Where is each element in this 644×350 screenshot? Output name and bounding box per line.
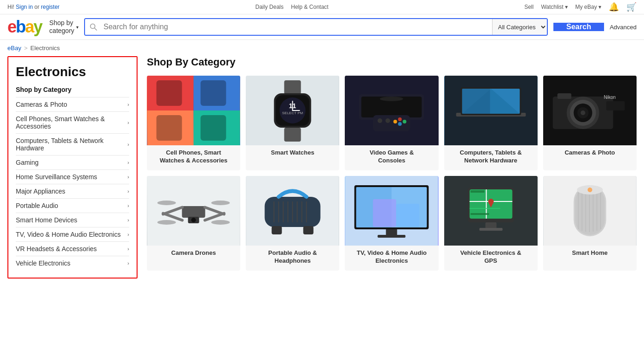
- svg-rect-7: [201, 80, 226, 106]
- or-text: or: [34, 4, 41, 10]
- category-image-tv-video: [345, 176, 438, 246]
- sell-link[interactable]: Sell: [524, 4, 533, 10]
- svg-point-56: [211, 220, 230, 225]
- shop-by-category-button[interactable]: Shop bycategory ▾: [49, 19, 79, 35]
- svg-point-29: [398, 122, 402, 126]
- category-image-smart-watches: 11 SELECT PM: [246, 76, 339, 145]
- category-select[interactable]: All Categories: [492, 19, 547, 35]
- sidebar-item-portable-audio[interactable]: Portable Audio ›: [16, 198, 129, 213]
- myebay-chevron-icon: ▾: [598, 4, 601, 10]
- category-image-drones: [147, 176, 240, 246]
- sidebar-chevron-cameras-icon: ›: [127, 102, 129, 107]
- breadcrumb-separator: >: [24, 45, 28, 52]
- category-card-portable-audio[interactable]: Portable Audio &Headphones: [246, 176, 339, 271]
- sidebar-item-major-appliances[interactable]: Major Appliances ›: [16, 184, 129, 198]
- sidebar-chevron-tv-video-icon: ›: [127, 232, 129, 237]
- search-bar: All Categories: [84, 18, 548, 36]
- sidebar-item-cell-phones-label: Cell Phones, Smart Watches & Accessories: [16, 115, 127, 130]
- logo-y: y: [33, 19, 42, 35]
- svg-text:Nikon: Nikon: [604, 95, 616, 100]
- category-label-drones: Camera Drones: [147, 249, 240, 257]
- logo[interactable]: e b a y: [7, 19, 42, 35]
- register-link[interactable]: register: [41, 4, 59, 10]
- cart-icon[interactable]: 🛒: [626, 2, 637, 12]
- svg-point-53: [158, 201, 176, 205]
- help-contact-link[interactable]: Help & Contact: [291, 4, 329, 10]
- sidebar-item-tv-video-label: TV, Video & Home Audio Electronics: [16, 231, 121, 238]
- svg-point-26: [386, 118, 390, 123]
- category-image-cell-phones: [147, 76, 240, 145]
- svg-text:SELECT PM: SELECT PM: [282, 111, 303, 115]
- sidebar-item-smart-home[interactable]: Smart Home Devices ›: [16, 213, 129, 227]
- category-label-tv-video: TV, Video & Home AudioElectronics: [345, 249, 438, 265]
- sidebar-item-vr-headsets-label: VR Headsets & Accessories: [16, 245, 97, 253]
- category-image-portable-audio: [246, 176, 339, 246]
- svg-point-30: [394, 120, 397, 123]
- category-label-computers: Computers, Tablets &Network Hardware: [444, 149, 538, 165]
- category-grid-row2: Camera Drones: [147, 176, 637, 271]
- category-card-video-games[interactable]: Video Games &Consoles: [345, 76, 438, 170]
- notifications-bell-icon[interactable]: 🔔: [609, 2, 619, 12]
- svg-rect-9: [201, 115, 226, 141]
- signin-link[interactable]: Sign in: [16, 4, 33, 10]
- sidebar-item-vr-headsets[interactable]: VR Headsets & Accessories ›: [16, 241, 129, 256]
- svg-rect-19: [284, 128, 301, 142]
- sidebar-title: Electronics: [16, 65, 129, 79]
- sidebar-item-cell-phones[interactable]: Cell Phones, Smart Watches & Accessories…: [16, 111, 129, 133]
- category-card-drones[interactable]: Camera Drones: [147, 176, 240, 271]
- header: e b a y Shop bycategory ▾ All Categories…: [0, 14, 644, 40]
- category-card-smart-watches[interactable]: 11 SELECT PM Smart Watches: [246, 76, 339, 170]
- svg-point-55: [158, 220, 176, 225]
- daily-deals-link[interactable]: Daily Deals: [256, 4, 284, 10]
- category-label-cell-phones: Cell Phones, SmartWatches & Accessories: [147, 149, 240, 165]
- svg-rect-90: [479, 228, 502, 231]
- svg-rect-70: [303, 226, 314, 234]
- category-card-computers[interactable]: Computers, Tablets &Network Hardware: [444, 76, 538, 170]
- sidebar: Electronics Shop by Category Cameras & P…: [7, 56, 138, 279]
- category-card-tv-video[interactable]: TV, Video & Home AudioElectronics: [345, 176, 438, 271]
- search-input[interactable]: [102, 19, 492, 35]
- search-button[interactable]: Search: [553, 23, 604, 31]
- watchlist-chevron-icon: ▾: [565, 4, 568, 10]
- sidebar-item-gaming[interactable]: Gaming ›: [16, 155, 129, 169]
- advanced-search-link[interactable]: Advanced: [610, 24, 637, 31]
- category-card-vehicle-electronics[interactable]: Vehicle Electronics &GPS: [444, 176, 538, 271]
- breadcrumb-current: Electronics: [30, 45, 60, 52]
- svg-rect-77: [386, 229, 397, 235]
- svg-rect-46: [557, 93, 571, 99]
- category-card-cell-phones[interactable]: Cell Phones, SmartWatches & Accessories: [147, 76, 240, 170]
- category-label-smart-home-device: Smart Home: [543, 249, 637, 257]
- sidebar-section-label: Shop by Category: [16, 86, 129, 93]
- svg-rect-78: [378, 235, 406, 238]
- top-bar-center: Daily Deals Help & Contact: [256, 4, 329, 10]
- sidebar-chevron-vehicle-electronics-icon: ›: [127, 260, 129, 266]
- logo-a: a: [25, 19, 33, 35]
- category-image-smart-home: [543, 176, 637, 246]
- svg-rect-88: [470, 213, 489, 215]
- logo-e: e: [7, 19, 16, 35]
- svg-point-54: [211, 201, 230, 205]
- breadcrumb-home[interactable]: eBay: [7, 45, 21, 52]
- svg-rect-44: [606, 101, 624, 110]
- svg-rect-69: [272, 226, 282, 234]
- main-content: Electronics Shop by Category Cameras & P…: [0, 56, 644, 288]
- svg-rect-48: [182, 206, 205, 218]
- sidebar-item-vehicle-electronics[interactable]: Vehicle Electronics ›: [16, 256, 129, 270]
- watchlist-link[interactable]: Watchlist ▾: [541, 4, 568, 10]
- category-label-portable-audio: Portable Audio &Headphones: [246, 249, 339, 265]
- category-card-cameras[interactable]: Nikon Cameras & Photo: [543, 76, 637, 170]
- sidebar-chevron-cell-phones-icon: ›: [127, 120, 129, 125]
- logo-b: b: [16, 19, 25, 35]
- sidebar-item-tv-video[interactable]: TV, Video & Home Audio Electronics ›: [16, 227, 129, 241]
- sidebar-item-cameras[interactable]: Cameras & Photo ›: [16, 97, 129, 111]
- category-image-cameras: Nikon: [543, 76, 637, 145]
- category-card-smart-home-device[interactable]: Smart Home: [543, 176, 637, 271]
- sidebar-item-home-surveillance[interactable]: Home Surveillance Systems ›: [16, 169, 129, 184]
- sidebar-item-smart-home-label: Smart Home Devices: [16, 216, 77, 224]
- sidebar-item-gaming-label: Gaming: [16, 159, 39, 166]
- sidebar-chevron-vr-headsets-icon: ›: [127, 246, 129, 252]
- sidebar-item-computers[interactable]: Computers, Tablets & Network Hardware ›: [16, 133, 129, 155]
- sidebar-chevron-home-surveillance-icon: ›: [127, 174, 129, 180]
- category-image-vehicle-electronics: [444, 176, 538, 246]
- myebay-link[interactable]: My eBay ▾: [575, 4, 601, 10]
